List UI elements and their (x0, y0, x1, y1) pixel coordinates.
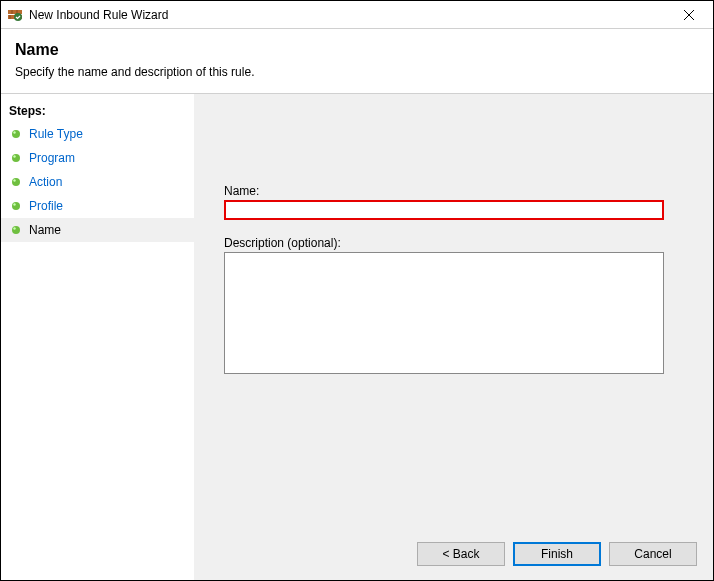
wizard-window: New Inbound Rule Wizard Name Specify the… (0, 0, 714, 581)
step-label: Name (29, 223, 61, 237)
name-field-group: Name: (224, 184, 683, 220)
svg-point-7 (14, 13, 22, 21)
finish-button[interactable]: Finish (513, 542, 601, 566)
svg-point-15 (13, 179, 15, 181)
cancel-button[interactable]: Cancel (609, 542, 697, 566)
step-bullet-icon (11, 201, 21, 211)
step-label: Rule Type (29, 127, 83, 141)
back-button[interactable]: < Back (417, 542, 505, 566)
steps-header: Steps: (1, 100, 194, 122)
svg-point-18 (12, 226, 20, 234)
main-panel: Name: Description (optional): < Back Fin… (194, 94, 713, 580)
svg-point-14 (12, 178, 20, 186)
step-name[interactable]: Name (1, 218, 194, 242)
step-bullet-icon (11, 129, 21, 139)
step-label: Action (29, 175, 62, 189)
step-rule-type[interactable]: Rule Type (1, 122, 194, 146)
step-bullet-icon (11, 225, 21, 235)
step-program[interactable]: Program (1, 146, 194, 170)
svg-point-16 (12, 202, 20, 210)
step-label: Program (29, 151, 75, 165)
svg-point-13 (13, 155, 15, 157)
titlebar: New Inbound Rule Wizard (1, 1, 713, 29)
firewall-icon (7, 7, 23, 23)
step-label: Profile (29, 199, 63, 213)
page-title: Name (15, 41, 699, 59)
button-bar: < Back Finish Cancel (417, 542, 697, 566)
step-action[interactable]: Action (1, 170, 194, 194)
wizard-body: Steps: Rule Type Program Action (1, 94, 713, 580)
svg-point-11 (13, 131, 15, 133)
svg-rect-0 (8, 10, 22, 14)
close-button[interactable] (667, 1, 711, 29)
form-area: Name: Description (optional): (194, 94, 713, 377)
step-bullet-icon (11, 153, 21, 163)
steps-sidebar: Steps: Rule Type Program Action (1, 94, 194, 580)
description-field-group: Description (optional): (224, 236, 683, 377)
name-input[interactable] (224, 200, 664, 220)
svg-point-10 (12, 130, 20, 138)
page-subtitle: Specify the name and description of this… (15, 65, 699, 79)
svg-point-19 (13, 227, 15, 229)
svg-point-17 (13, 203, 15, 205)
description-label: Description (optional): (224, 236, 683, 250)
wizard-header: Name Specify the name and description of… (1, 29, 713, 94)
name-label: Name: (224, 184, 683, 198)
description-textarea[interactable] (224, 252, 664, 374)
step-bullet-icon (11, 177, 21, 187)
window-title: New Inbound Rule Wizard (29, 8, 667, 22)
svg-point-12 (12, 154, 20, 162)
step-profile[interactable]: Profile (1, 194, 194, 218)
close-icon (684, 10, 694, 20)
